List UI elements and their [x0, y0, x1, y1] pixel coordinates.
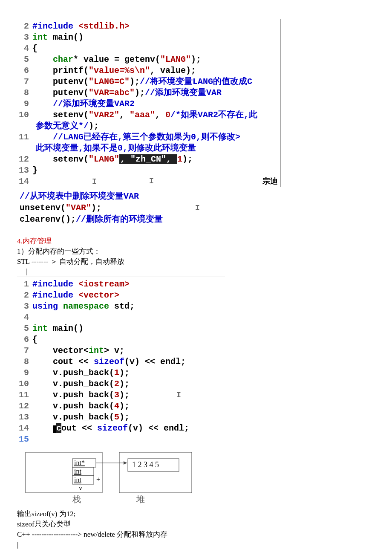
code-line: 4	[17, 312, 222, 323]
code-line: 10 setenv("VAR2", "aaa", 0/*如果VAR2不存在,此	[17, 110, 277, 121]
code-snippet-unset: //从环境表中删除环境变量VAR unsetenv("VAR");I clear…	[20, 191, 375, 225]
code-line: 4{	[17, 43, 277, 54]
footer-line: 输出sizeof(v) 为12;	[17, 509, 375, 519]
code-line: clearenv();//删除所有的环境变量	[20, 214, 375, 225]
code-line: 13}	[17, 165, 277, 176]
code-line: 6 printf("value=%s\n", value);	[17, 65, 277, 76]
watermark-text: 宗迪	[262, 176, 278, 186]
cursor-bar: |	[17, 540, 375, 550]
footer-line: sizeof只关心类型	[17, 519, 375, 529]
code-line: 3using namespace std;	[17, 301, 222, 312]
stack-rect-icon	[26, 452, 102, 493]
code-block-vector: 1#include <iostream> 2#include <vector> …	[17, 277, 225, 445]
arrow-head-icon	[124, 461, 127, 465]
text-cursor-icon: I	[149, 176, 154, 186]
code-line: 3int main()	[17, 32, 277, 43]
code-line: 6{	[17, 334, 222, 345]
code-line: 9 //添加环境变量VAR2	[17, 98, 277, 110]
code-line: 15	[17, 434, 222, 445]
code-line: 2#include <stdlib.h>	[17, 21, 277, 32]
heap-rect-icon	[119, 452, 192, 493]
text-cursor-icon: I	[176, 391, 181, 399]
code-line-continuation: 参数无意义*/);	[17, 121, 277, 132]
code-line: 9 v.push_back(1);	[17, 367, 222, 379]
section-title: 4.内存管理	[17, 236, 375, 246]
code-line-continuation: 此环境变量,如果不是0,则修改此环境变量	[17, 143, 277, 154]
code-line: 11 //LANG已经存在,第三个参数如果为0,则不修改>	[17, 132, 277, 143]
code-line: 5 char* value = getenv("LANG");	[17, 54, 277, 65]
code-line: 14 cout << sizeof(v) << endl;	[17, 423, 222, 434]
code-line: 7 putenv("LANG=C");//将环境变量LANG的值改成C	[17, 76, 277, 87]
code-line: 10 v.push_back(2);	[17, 379, 222, 390]
code-line: 12 v.push_back(4);	[17, 401, 222, 412]
diagram-int2-label: int	[74, 476, 81, 483]
code-line: 11 v.push_back(3);I	[17, 390, 222, 401]
text-cursor-icon: I	[195, 204, 200, 212]
code-line: 5int main()	[17, 323, 222, 334]
document-page: 2#include <stdlib.h> 3int main() 4{ 5 ch…	[0, 0, 392, 555]
code-block-env: 2#include <stdlib.h> 3int main() 4{ 5 ch…	[17, 19, 281, 187]
cursor-bar: |	[26, 266, 375, 277]
code-line: //从环境表中删除环境变量VAR	[20, 191, 375, 202]
code-line: 2#include <vector>	[17, 290, 222, 301]
code-line: 14I	[17, 176, 277, 187]
memory-diagram: int* int int v + 1 2 3 4 5 栈 堆	[21, 450, 200, 506]
code-line: 12 setenv("LANG", "zh_CN", 1);	[17, 154, 277, 165]
diagram-int1-label: int	[74, 468, 81, 475]
stack-label: 栈	[72, 494, 81, 504]
section-sub: STL ------- ＞ 自动分配，自动释放	[17, 257, 375, 267]
section: 4.内存管理 1）分配内存的一些方式： STL ------- ＞ 自动分配，自…	[17, 236, 375, 277]
footer-line: C++ -------------------> new/delete 分配和释…	[17, 529, 375, 540]
diagram-v-label: v	[79, 484, 82, 491]
section-point: 1）分配内存的一些方式：	[17, 246, 375, 257]
diagram-intptr-label: int*	[74, 459, 85, 466]
heap-label: 堆	[136, 494, 145, 504]
code-line: 7 vector<int> v;	[17, 345, 222, 356]
code-line: 8 cout << sizeof(v) << endl;	[17, 356, 222, 367]
code-line: 13 v.push_back(5);	[17, 412, 222, 423]
code-line: 1#include <iostream>	[17, 279, 222, 290]
code-line: unsetenv("VAR");I	[20, 202, 375, 214]
plus-icon: +	[96, 476, 100, 483]
code-line: 8 putenv("VAR=abc");//添加环境变量VAR	[17, 87, 277, 98]
text-cursor-icon: I	[92, 177, 97, 186]
diagram-values: 1 2 3 4 5	[132, 460, 159, 469]
